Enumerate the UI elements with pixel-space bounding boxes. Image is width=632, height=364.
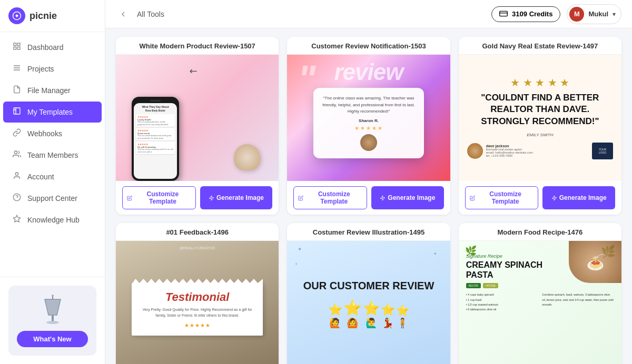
svg-rect-4 (17, 47, 20, 49)
svg-point-7 (15, 173, 18, 175)
header-right: 3109 Credits M Mukul ▾ (491, 4, 621, 24)
sidebar-label-support-center: Support Center (27, 194, 77, 203)
dashboard-icon (12, 42, 22, 53)
card-3-generate-label: Generate Image (559, 194, 607, 201)
svg-marker-20 (552, 195, 556, 200)
breadcrumb: All Tools (137, 10, 164, 18)
webhooks-icon (12, 128, 22, 139)
card-3-title: Gold Navy Real Estate Review-1497 (459, 37, 621, 55)
lamp-illustration (37, 294, 68, 326)
svg-marker-11 (45, 299, 61, 315)
my-templates-icon (12, 107, 22, 117)
file-manager-icon (12, 85, 22, 96)
user-avatar: M (569, 7, 584, 22)
support-center-icon (12, 193, 22, 204)
sidebar-label-account: Account (27, 173, 54, 181)
card-3-customize-button[interactable]: Customize Template (465, 186, 539, 209)
user-name: Mukul (588, 10, 608, 18)
card-3-actions: Customize Template Generate Image (459, 181, 621, 215)
sidebar-label-dashboard: Dashboard (27, 43, 64, 52)
svg-rect-2 (17, 43, 20, 46)
main-area: All Tools 3109 Credits M Mukul ▾ (105, 0, 632, 364)
sidebar-label-webhooks: Webhooks (27, 129, 62, 138)
collapse-sidebar-button[interactable] (116, 7, 131, 22)
logo-icon (8, 7, 25, 24)
card-2-customize-label: Customize Template (306, 190, 362, 205)
card-2-title: Customer Review Notification-1503 (287, 37, 450, 55)
sidebar: picnie Dashboard Projects File Manager M… (0, 0, 105, 364)
svg-rect-3 (14, 47, 16, 49)
card-2-generate-button[interactable]: Generate Image (371, 186, 444, 209)
card-3-generate-button[interactable]: Generate Image (542, 186, 615, 209)
card-6-image: 🌿 🌿 🍝 Signature Recipe CREAMY SPINACH PA… (459, 241, 621, 364)
sidebar-item-knowledge-hub[interactable]: Knowledge Hub (3, 209, 102, 230)
card-4-title: #01 Feedback-1496 (116, 223, 279, 241)
sidebar-item-account[interactable]: Account (3, 166, 102, 187)
sidebar-label-projects: Projects (27, 65, 54, 73)
card-2-generate-label: Generate Image (388, 194, 435, 201)
header-left: All Tools (116, 7, 164, 22)
card-1-image: What They Say About Rose Body Butter ★★★… (116, 55, 279, 181)
credits-button[interactable]: 3109 Credits (491, 6, 560, 22)
card-6-title: Modern Food Recipe-1476 (459, 223, 621, 241)
logo-area: picnie (0, 0, 105, 32)
whats-new-box: What's New (8, 286, 96, 356)
whats-new-button[interactable]: What's New (17, 331, 88, 347)
sidebar-item-dashboard[interactable]: Dashboard (3, 37, 102, 58)
content-area: White Modern Product Review-1507 What Th… (105, 28, 632, 364)
card-4-image: @REALLYCREATIVE Testimonial Very Pretty.… (116, 241, 279, 364)
sidebar-label-knowledge-hub: Knowledge Hub (27, 216, 80, 224)
credit-card-icon (499, 10, 508, 18)
template-card-6: Modern Food Recipe-1476 🌿 🌿 🍝 Signature … (459, 223, 621, 364)
sidebar-nav: Dashboard Projects File Manager My Templ… (0, 32, 105, 277)
sidebar-bottom: What's New (0, 277, 105, 364)
user-menu-button[interactable]: M Mukul ▾ (567, 4, 621, 24)
projects-icon (12, 64, 22, 74)
chevron-down-icon: ▾ (613, 11, 616, 18)
knowledge-hub-icon (12, 215, 22, 225)
svg-marker-18 (209, 195, 213, 200)
sidebar-item-team-members[interactable]: Team Members (3, 145, 102, 166)
svg-rect-1 (14, 43, 16, 46)
template-card-5: Costumer Review Illustration-1495 ✦ ✦ ✦ … (287, 223, 450, 364)
team-members-icon (12, 150, 22, 160)
account-icon (12, 171, 22, 182)
svg-marker-19 (381, 195, 385, 200)
template-grid: White Modern Product Review-1507 What Th… (116, 37, 621, 364)
sidebar-item-projects[interactable]: Projects (3, 58, 102, 79)
svg-marker-10 (13, 215, 20, 222)
svg-point-6 (14, 151, 17, 154)
card-1-title: White Modern Product Review-1507 (116, 37, 279, 55)
svg-point-13 (46, 321, 59, 324)
sidebar-item-my-templates[interactable]: My Templates (3, 102, 102, 123)
credits-label: 3109 Credits (512, 10, 552, 18)
card-1-actions: Customize Template Generate Image (116, 181, 279, 215)
card-1-generate-label: Generate Image (216, 194, 264, 201)
svg-rect-16 (500, 11, 508, 16)
sidebar-item-webhooks[interactable]: Webhooks (3, 123, 102, 144)
card-2-actions: Customize Template Generate Image (287, 181, 450, 215)
template-card-2: Customer Review Notification-1503 " revi… (287, 37, 450, 215)
card-2-customize-button[interactable]: Customize Template (293, 186, 367, 209)
card-1-generate-button[interactable]: Generate Image (200, 186, 273, 209)
template-card-3: Gold Navy Real Estate Review-1497 ★ ★ ★ … (459, 37, 621, 215)
sidebar-item-file-manager[interactable]: File Manager (3, 80, 102, 101)
sidebar-label-file-manager: File Manager (27, 86, 71, 95)
sidebar-item-support-center[interactable]: Support Center (3, 188, 102, 209)
card-3-customize-label: Customize Template (477, 190, 534, 205)
card-5-image: ✦ ✦ ✦ OUR CUSTOMER REVIEW ⭐ 🙋 (287, 241, 450, 364)
card-5-title: Costumer Review Illustration-1495 (287, 223, 450, 241)
header: All Tools 3109 Credits M Mukul ▾ (105, 0, 632, 28)
card-1-customize-label: Customize Template (134, 190, 191, 205)
sidebar-label-team-members: Team Members (27, 151, 78, 159)
template-card-4: #01 Feedback-1496 @REALLYCREATIVE Testim… (116, 223, 279, 364)
card-3-image: ★ ★ ★ ★ ★ "COULDNT FIND A BETTER REALTOR… (459, 55, 621, 181)
svg-point-15 (52, 295, 54, 297)
card-2-image: " review "The online class was amazing. … (287, 55, 450, 181)
card-1-customize-button[interactable]: Customize Template (122, 186, 196, 209)
svg-rect-5 (14, 108, 20, 114)
logo-text: picnie (29, 11, 57, 22)
sidebar-label-my-templates: My Templates (27, 108, 73, 116)
template-card-1: White Modern Product Review-1507 What Th… (116, 37, 279, 215)
